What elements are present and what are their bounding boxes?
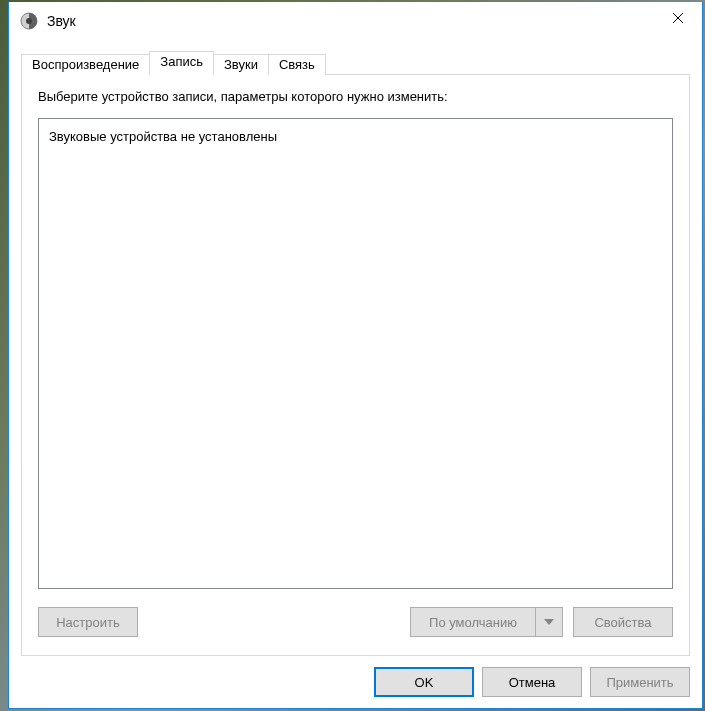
sound-icon [19,11,39,31]
chevron-down-icon [535,607,563,637]
svg-point-1 [26,18,32,24]
ok-button[interactable]: OK [374,667,474,697]
configure-button[interactable]: Настроить [38,607,138,637]
sound-dialog: Звук Воспроизведение Запись Звуки Связь … [8,2,703,709]
dialog-button-row: OK Отмена Применить [9,656,702,708]
tab-communications[interactable]: Связь [268,54,326,75]
tab-panel-recording: Выберите устройство записи, параметры ко… [21,74,690,656]
set-default-label: По умолчанию [410,607,535,637]
device-list[interactable]: Звуковые устройства не установлены [38,118,673,589]
set-default-dropdown[interactable]: По умолчанию [410,607,563,637]
instruction-text: Выберите устройство записи, параметры ко… [38,89,673,104]
cancel-button[interactable]: Отмена [482,667,582,697]
tab-sounds[interactable]: Звуки [213,54,269,75]
properties-button[interactable]: Свойства [573,607,673,637]
close-button[interactable] [655,3,700,33]
tab-recording[interactable]: Запись [149,51,214,75]
content-area: Воспроизведение Запись Звуки Связь Выбер… [9,40,702,656]
window-title: Звук [47,13,655,29]
panel-buttons: Настроить По умолчанию Свойства [38,607,673,637]
apply-button[interactable]: Применить [590,667,690,697]
titlebar: Звук [9,2,702,40]
empty-message: Звуковые устройства не установлены [49,129,662,144]
tab-strip: Воспроизведение Запись Звуки Связь [21,52,690,75]
svg-marker-4 [544,619,554,625]
tab-playback[interactable]: Воспроизведение [21,54,150,75]
